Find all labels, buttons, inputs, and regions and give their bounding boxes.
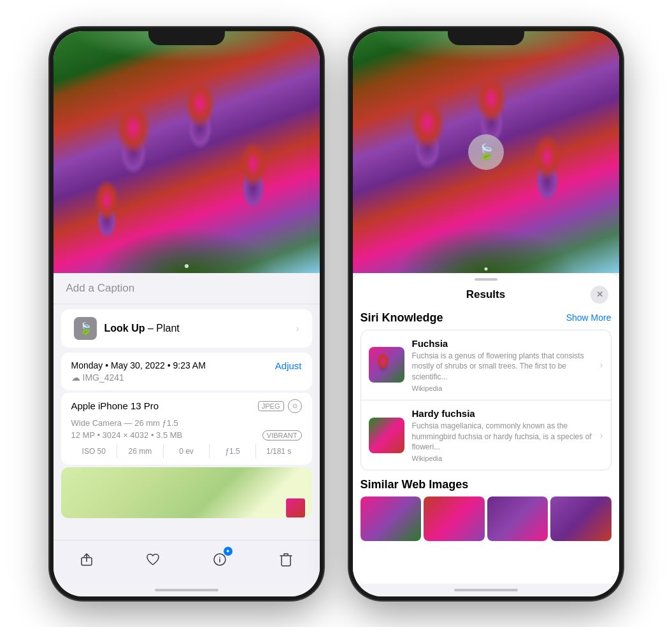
file-row: 12 MP • 3024 × 4032 • 3.5 MB VIBRANT [71,430,302,440]
similar-image-1[interactable] [361,497,422,541]
similar-grid [361,497,611,541]
similar-image-4[interactable] [550,497,611,541]
phone-notch [148,27,225,45]
info-panel: Add a Caption 🍃 Look Up – Plant › Monday… [54,273,320,540]
flower-photo[interactable] [54,31,320,273]
caption-placeholder: Add a Caption [66,282,135,294]
share-button[interactable] [75,548,98,571]
results-panel: Results ✕ Siri Knowledge Show More Fuchs… [353,273,619,584]
home-indicator [54,584,320,596]
results-flower-photo: 🍃 [353,31,619,273]
phone-1: Add a Caption 🍃 Look Up – Plant › Monday… [50,27,324,600]
exif-shutter: 1/181 s [256,444,302,458]
device-name: Apple iPhone 13 Pro [71,400,159,411]
exif-aperture: ƒ1.5 [210,444,256,458]
phone2-home-bar [454,589,518,591]
bottom-toolbar: ✦ [54,540,320,584]
visual-lookup-button[interactable]: 🍃 [468,134,504,170]
hardy-fuchsia-content: Hardy fuchsia Fuchsia magellanica, commo… [412,408,592,462]
knowledge-item-fuchsia[interactable]: Fuchsia Fuchsia is a genus of flowering … [361,330,611,400]
hardy-fuchsia-chevron-icon: › [600,430,603,440]
lookup-row[interactable]: 🍃 Look Up – Plant › [61,309,312,348]
results-header: Results ✕ [353,281,619,311]
exif-iso: ISO 50 [71,444,118,458]
phone2-home-indicator [353,584,619,596]
fuchsia-content: Fuchsia Fuchsia is a genus of flowering … [412,338,592,392]
lookup-icon: 🍃 [74,317,97,340]
map-preview[interactable] [61,467,312,518]
hardy-fuchsia-desc: Fuchsia magellanica, commonly known as t… [412,421,592,453]
hardy-fuchsia-thumbnail [369,418,404,453]
fuchsia-chevron-icon: › [600,360,603,370]
format-badge: JPEG [258,401,284,411]
phone-2-screen: 🍃 Results ✕ Siri Knowledge Show More [353,31,619,596]
exif-focal: 26 mm [117,444,164,458]
info-button[interactable]: ✦ [208,548,231,571]
results-title: Results [466,288,505,301]
cloud-icon: ☁ [71,372,80,383]
delete-button[interactable] [275,548,297,571]
vlookup-dot [484,267,487,271]
similar-image-2[interactable] [424,497,485,541]
exif-ev: 0 ev [164,444,210,458]
results-body: Siri Knowledge Show More Fuchsia Fuchsia… [353,311,619,584]
lookup-chevron-icon: › [296,323,299,334]
favorite-button[interactable] [141,548,164,571]
adjust-button[interactable]: Adjust [275,360,302,371]
location-badge: ⊙ [288,399,302,413]
meta-section: Monday • May 30, 2022 • 9:23 AM Adjust ☁… [61,353,312,390]
fuchsia-source: Wikipedia [412,384,592,392]
phone-2: 🍃 Results ✕ Siri Knowledge Show More [349,27,623,600]
hardy-fuchsia-source: Wikipedia [412,454,592,462]
siri-knowledge-title: Siri Knowledge [361,311,443,325]
photo-indicator [185,264,189,268]
exif-row: ISO 50 26 mm 0 ev ƒ1.5 1/181 s [71,444,302,458]
svg-point-2 [219,556,220,558]
file-info: 12 MP • 3024 × 4032 • 3.5 MB [71,430,183,440]
similar-section: Similar Web Images [361,478,611,541]
close-button[interactable]: ✕ [590,286,608,304]
fuchsia-name: Fuchsia [412,338,592,349]
device-badges: JPEG ⊙ [258,399,302,413]
filename: IMG_4241 [83,372,124,383]
vibrant-badge: VIBRANT [262,430,302,440]
similar-image-3[interactable] [487,497,548,541]
knowledge-card: Fuchsia Fuchsia is a genus of flowering … [361,330,611,471]
camera-row: Wide Camera — 26 mm ƒ1.5 [71,418,302,428]
lookup-text: Look Up – Plant [104,323,180,334]
date-text: Monday • May 30, 2022 • 9:23 AM [71,360,206,370]
device-section: Apple iPhone 13 Pro JPEG ⊙ Wide Camera —… [61,393,312,465]
fuchsia-thumbnail [369,347,404,383]
similar-title: Similar Web Images [361,478,611,491]
caption-area[interactable]: Add a Caption [54,273,320,304]
knowledge-item-hardy-fuchsia[interactable]: Hardy fuchsia Fuchsia magellanica, commo… [361,400,611,470]
phone-2-notch [448,27,524,45]
show-more-button[interactable]: Show More [566,313,611,323]
info-badge: ✦ [224,547,232,556]
fuchsia-desc: Fuchsia is a genus of flowering plants t… [412,351,592,383]
hardy-fuchsia-name: Hardy fuchsia [412,408,592,419]
siri-knowledge-header: Siri Knowledge Show More [361,311,611,325]
phone-screen: Add a Caption 🍃 Look Up – Plant › Monday… [54,31,320,596]
home-bar [155,589,218,591]
